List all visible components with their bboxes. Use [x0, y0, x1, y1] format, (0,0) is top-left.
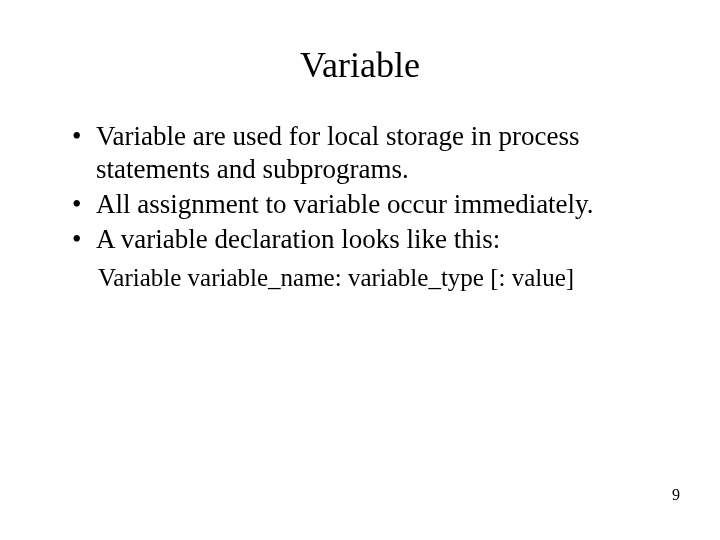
slide-body: Variable are used for local storage in p…: [0, 120, 720, 294]
code-example: Variable variable_name: variable_type [:…: [68, 262, 660, 295]
bullet-item: All assignment to variable occur immedia…: [68, 188, 660, 221]
slide: Variable Variable are used for local sto…: [0, 0, 720, 540]
bullet-list: Variable are used for local storage in p…: [68, 120, 660, 256]
bullet-item: Variable are used for local storage in p…: [68, 120, 660, 186]
slide-title: Variable: [0, 0, 720, 120]
bullet-item: A variable declaration looks like this:: [68, 223, 660, 256]
page-number: 9: [672, 486, 680, 504]
